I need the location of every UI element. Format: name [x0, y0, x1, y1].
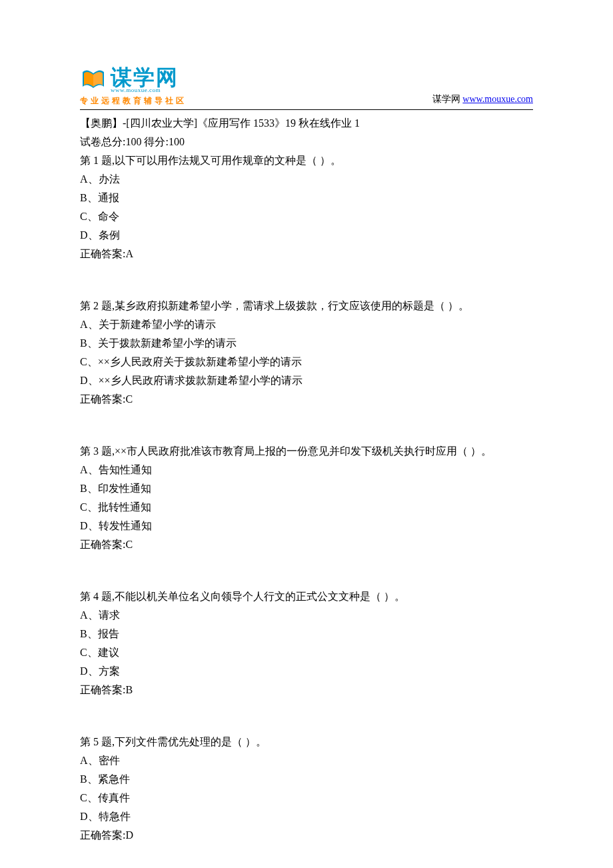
- question-option: A、办法: [80, 170, 533, 189]
- question-option: B、关于拨款新建希望小学的请示: [80, 334, 533, 353]
- logo-row: 谋学网 www.mouxue.com: [80, 67, 187, 93]
- document-content: 【奥鹏】-[四川农业大学]《应用写作 1533》19 秋在线作业 1 试卷总分:…: [80, 114, 533, 845]
- site-link-block: 谋学网 www.mouxue.com: [432, 93, 533, 107]
- question-option: D、方案: [80, 662, 533, 681]
- question-answer: 正确答案:B: [80, 681, 533, 699]
- question-4: 第 4 题,不能以机关单位名义向领导个人行文的正式公文文种是（ ）。 A、请求 …: [80, 587, 533, 699]
- question-1: 第 1 题,以下可以用作法规又可用作规章的文种是（ ）。 A、办法 B、通报 C…: [80, 151, 533, 263]
- question-prompt: 第 2 题,某乡政府拟新建希望小学，需请求上级拨款，行文应该使用的标题是（ ）。: [80, 297, 533, 315]
- question-answer: 正确答案:C: [80, 535, 533, 554]
- site-name: 谋学网: [432, 94, 463, 104]
- question-option: A、关于新建希望小学的请示: [80, 315, 533, 334]
- question-prompt: 第 5 题,下列文件需优先处理的是（ ）。: [80, 733, 533, 751]
- question-answer: 正确答案:D: [80, 826, 533, 845]
- document-title: 【奥鹏】-[四川农业大学]《应用写作 1533》19 秋在线作业 1: [80, 114, 533, 133]
- question-option: C、命令: [80, 207, 533, 226]
- page-header: 谋学网 www.mouxue.com 专业远程教育辅导社区 谋学网 www.mo…: [80, 67, 533, 110]
- question-5: 第 5 题,下列文件需优先处理的是（ ）。 A、密件 B、紧急件 C、传真件 D…: [80, 733, 533, 845]
- question-option: D、转发性通知: [80, 517, 533, 535]
- question-option: C、传真件: [80, 789, 533, 807]
- question-prompt: 第 3 题,××市人民政府批准该市教育局上报的一份意见并印发下级机关执行时应用（…: [80, 442, 533, 461]
- logo-block: 谋学网 www.mouxue.com 专业远程教育辅导社区: [80, 67, 187, 107]
- question-answer: 正确答案:C: [80, 390, 533, 409]
- question-3: 第 3 题,××市人民政府批准该市教育局上报的一份意见并印发下级机关执行时应用（…: [80, 442, 533, 554]
- question-option: D、特急件: [80, 807, 533, 826]
- question-option: D、条例: [80, 226, 533, 245]
- question-option: C、批转性通知: [80, 498, 533, 517]
- question-option: A、请求: [80, 606, 533, 625]
- question-option: B、紧急件: [80, 770, 533, 789]
- question-option: B、通报: [80, 189, 533, 207]
- question-option: B、报告: [80, 625, 533, 643]
- logo-text-wrap: 谋学网 www.mouxue.com: [111, 67, 179, 93]
- question-option: C、建议: [80, 643, 533, 662]
- logo-text: 谋学网: [111, 67, 179, 88]
- question-prompt: 第 1 题,以下可以用作法规又可用作规章的文种是（ ）。: [80, 151, 533, 170]
- site-link[interactable]: www.mouxue.com: [462, 94, 533, 104]
- question-option: D、××乡人民政府请求拨款新建希望小学的请示: [80, 371, 533, 390]
- question-option: A、密件: [80, 751, 533, 770]
- question-option: C、××乡人民政府关于拨款新建希望小学的请示: [80, 353, 533, 371]
- question-prompt: 第 4 题,不能以机关单位名义向领导个人行文的正式公文文种是（ ）。: [80, 587, 533, 606]
- book-icon: [80, 67, 107, 93]
- question-option: A、告知性通知: [80, 461, 533, 479]
- question-2: 第 2 题,某乡政府拟新建希望小学，需请求上级拨款，行文应该使用的标题是（ ）。…: [80, 297, 533, 409]
- question-option: B、印发性通知: [80, 479, 533, 498]
- score-line: 试卷总分:100 得分:100: [80, 133, 533, 151]
- tagline: 专业远程教育辅导社区: [80, 95, 187, 107]
- question-answer: 正确答案:A: [80, 245, 533, 263]
